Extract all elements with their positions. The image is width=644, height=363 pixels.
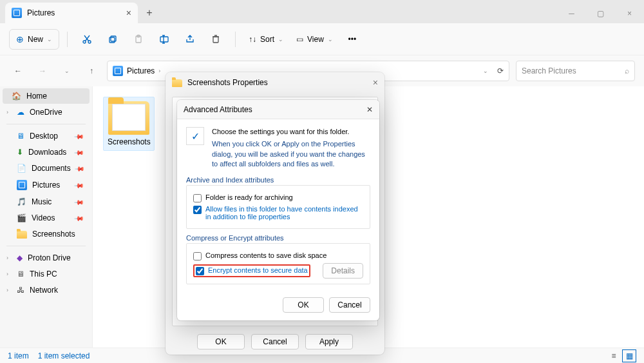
paste-button[interactable] <box>127 28 150 50</box>
pictures-icon <box>17 180 27 190</box>
delete-button[interactable] <box>204 28 227 50</box>
desktop-icon: 🖥 <box>17 132 24 141</box>
svg-point-0 <box>83 41 86 43</box>
refresh-button[interactable]: ⟳ <box>497 66 504 75</box>
sidebar-item-documents[interactable]: 📄 Documents 📌 <box>3 161 90 176</box>
view-icon: ▭ <box>296 35 303 44</box>
status-count: 1 item <box>8 351 29 360</box>
sidebar-item-pictures[interactable]: Pictures 📌 <box>3 177 90 193</box>
new-label: New <box>28 35 43 44</box>
rename-button[interactable] <box>153 28 176 50</box>
forward-button[interactable]: → <box>33 62 52 80</box>
checkbox-archive-label: Folder is ready for archiving <box>205 193 293 201</box>
close-icon[interactable]: × <box>373 77 378 88</box>
minimize-button[interactable]: ─ <box>557 4 586 23</box>
checkbox-encrypt-label: Encrypt contents to secure data <box>208 266 308 274</box>
properties-title: Screenshots Properties <box>187 78 268 87</box>
folder-icon <box>108 101 149 135</box>
close-icon[interactable]: ✕ <box>366 105 373 114</box>
advanced-titlebar[interactable]: Advanced Attributes ✕ <box>177 100 379 119</box>
home-icon: 🏠 <box>12 92 21 101</box>
checkbox-compress[interactable]: Compress contents to save disk space <box>193 251 363 260</box>
videos-icon: 🎬 <box>17 213 26 222</box>
titlebar: Pictures × + ─ ▢ × <box>0 0 644 23</box>
chevron-down-icon: ⌄ <box>278 36 283 43</box>
group-archive: Folder is ready for archiving Allow file… <box>186 185 370 229</box>
pin-icon: 📌 <box>74 147 84 157</box>
expand-icon[interactable]: › <box>6 271 8 277</box>
toolbar: ⊕ New ⌄ ↑↓ Sort ⌄ ▭ View ⌄ ••• <box>0 23 644 55</box>
new-tab-button[interactable]: + <box>138 3 161 23</box>
view-button[interactable]: ▭ View ⌄ <box>291 35 338 44</box>
checkbox-encrypt[interactable]: Encrypt contents to secure data <box>196 266 308 275</box>
up-button[interactable]: ↑ <box>82 62 100 80</box>
details-button[interactable]: Details <box>323 263 363 279</box>
checkbox-compress-label: Compress contents to save disk space <box>205 251 327 259</box>
sidebar-item-screenshots[interactable]: Screenshots <box>3 226 90 242</box>
folder-label: Screenshots <box>108 137 150 146</box>
breadcrumb-pictures[interactable]: Pictures <box>127 66 155 75</box>
check-icon: ✓ <box>186 127 204 145</box>
checkbox-index-label: Allow files in this folder to have conte… <box>205 205 363 221</box>
checkbox-archive-input[interactable] <box>193 194 202 202</box>
properties-cancel-button[interactable]: Cancel <box>251 334 299 349</box>
cut-button[interactable] <box>75 28 99 50</box>
search-icon: ⌕ <box>625 66 629 75</box>
recent-button[interactable]: ⌄ <box>58 62 76 80</box>
advanced-ok-button[interactable]: OK <box>283 297 324 313</box>
expand-icon[interactable]: › <box>6 109 8 115</box>
sidebar-label: Documents <box>32 164 71 173</box>
chevron-down-icon[interactable]: ⌄ <box>483 68 488 74</box>
properties-apply-button[interactable]: Apply <box>305 334 353 349</box>
intro-text-1: Choose the settings you want for this fo… <box>212 127 370 137</box>
tab-pictures[interactable]: Pictures × <box>5 3 138 23</box>
sidebar-item-proton[interactable]: › ◆ Proton Drive <box>3 250 90 266</box>
cloud-icon: ☁ <box>17 108 24 117</box>
encrypt-highlight: Encrypt contents to secure data <box>193 264 310 277</box>
sidebar-item-videos[interactable]: 🎬 Videos 📌 <box>3 210 90 226</box>
icons-view-button[interactable]: ▦ <box>622 349 636 362</box>
details-view-button[interactable]: ≡ <box>607 349 621 362</box>
folder-screenshots[interactable]: Screenshots <box>103 97 155 151</box>
properties-titlebar[interactable]: Screenshots Properties × <box>166 72 384 93</box>
pin-icon: 📌 <box>74 180 84 190</box>
more-button[interactable]: ••• <box>341 28 364 50</box>
maximize-button[interactable]: ▢ <box>586 4 615 23</box>
intro-text-2: When you click OK or Apply on the Proper… <box>212 139 370 169</box>
chevron-down-icon: ⌄ <box>47 36 52 43</box>
window-controls: ─ ▢ × <box>557 4 644 23</box>
checkbox-index-input[interactable] <box>193 206 202 214</box>
sidebar-item-thispc[interactable]: › 🖥 This PC <box>3 266 90 282</box>
properties-ok-button[interactable]: OK <box>197 334 245 349</box>
copy-button[interactable] <box>101 28 124 50</box>
sidebar-item-downloads[interactable]: ⬇ Downloads 📌 <box>3 144 90 160</box>
close-button[interactable]: × <box>615 4 644 23</box>
search-box[interactable]: ⌕ <box>516 61 635 81</box>
new-button[interactable]: ⊕ New ⌄ <box>9 29 59 50</box>
sidebar-item-onedrive[interactable]: › ☁ OneDrive <box>3 104 90 120</box>
svg-rect-3 <box>111 36 116 41</box>
sidebar-item-network[interactable]: › 🖧 Network <box>3 282 90 298</box>
tab-title: Pictures <box>27 8 55 17</box>
checkbox-compress-input[interactable] <box>193 252 202 260</box>
view-label: View <box>307 35 324 44</box>
expand-icon[interactable]: › <box>6 287 8 293</box>
sort-button[interactable]: ↑↓ Sort ⌄ <box>243 35 289 44</box>
sidebar-item-music[interactable]: 🎵 Music 📌 <box>3 194 90 210</box>
advanced-title: Advanced Attributes <box>184 105 252 114</box>
group-compress: Compress contents to save disk space Enc… <box>186 243 370 284</box>
tab-close-icon[interactable]: × <box>126 8 131 18</box>
search-input[interactable] <box>522 66 625 75</box>
advanced-cancel-button[interactable]: Cancel <box>329 297 370 313</box>
expand-icon[interactable]: › <box>6 255 8 261</box>
checkbox-encrypt-input[interactable] <box>196 267 204 275</box>
checkbox-archive[interactable]: Folder is ready for archiving <box>193 193 363 202</box>
documents-icon: 📄 <box>17 164 26 173</box>
sidebar-item-home[interactable]: 🏠 Home <box>3 88 90 104</box>
checkbox-index[interactable]: Allow files in this folder to have conte… <box>193 205 363 221</box>
share-button[interactable] <box>178 28 202 50</box>
sidebar-label: Downloads <box>28 148 66 157</box>
back-button[interactable]: ← <box>9 62 27 80</box>
sidebar-label: This PC <box>30 270 57 279</box>
sidebar-item-desktop[interactable]: 🖥 Desktop 📌 <box>3 128 90 144</box>
